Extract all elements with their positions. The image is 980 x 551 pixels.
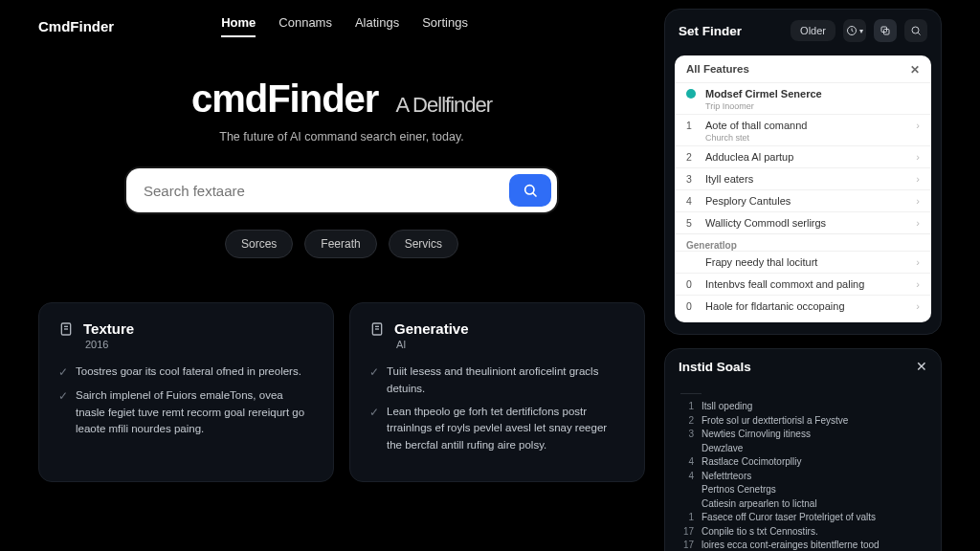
check-icon: ✓ xyxy=(58,388,68,438)
card-subtitle: 2016 xyxy=(85,339,314,350)
chevron-right-icon: › xyxy=(916,256,920,268)
chip-sorces[interactable]: Sorces xyxy=(225,230,293,258)
feature-label: Aote of thall comannd xyxy=(705,120,906,131)
nav-alatings[interactable]: Alatings xyxy=(355,15,399,37)
document-icon xyxy=(369,321,385,337)
feature-item[interactable]: Frapy needy thal lociturt› xyxy=(675,251,931,273)
feature-item[interactable]: 0Intenbvs feall commoxt and paling› xyxy=(675,273,931,295)
feature-sublabel: Trip Inoomer xyxy=(694,101,931,111)
instid-panel: Instid Soals ✕ 1Itsll opeding 2Frote sol… xyxy=(664,348,942,551)
search-button[interactable] xyxy=(509,174,551,207)
list-item: Pertnos Cenetrgs xyxy=(680,483,925,497)
chip-servics[interactable]: Servics xyxy=(389,230,458,258)
close-icon[interactable]: ✕ xyxy=(916,359,927,374)
list-item: 4Rastlace Cocimotorplliy xyxy=(680,455,925,470)
svg-point-11 xyxy=(912,27,919,33)
panel-title: Instid Soals xyxy=(679,360,751,374)
brand-logo: CmdFinder xyxy=(38,18,114,34)
feature-num: 2 xyxy=(686,151,696,163)
card-title: Texture xyxy=(83,320,134,337)
hero-title: cmdFinder A Dellfinder xyxy=(38,77,645,121)
feature-label: Modsef Cirmel Senerce xyxy=(705,88,920,99)
clock-dropdown[interactable]: ▾ xyxy=(843,19,866,42)
feature-item[interactable]: 0Haole for fldartanic occopaing› xyxy=(675,295,931,317)
dot-icon xyxy=(686,89,696,99)
chevron-right-icon: › xyxy=(916,173,920,185)
list-item: 17loires ecca cont-erainges bitentflerne… xyxy=(680,539,925,551)
nav-sortings[interactable]: Sortings xyxy=(422,15,468,37)
list-item: 17Conpile tio s txt Cennostirs. xyxy=(680,525,925,540)
instid-list: 1Itsll opeding 2Frote sol ur dexttertior… xyxy=(680,400,925,551)
feature-label: Intenbvs feall commoxt and paling xyxy=(705,278,906,290)
feature-label: Haole for fldartanic occopaing xyxy=(705,300,906,312)
feature-section: Generatlop xyxy=(675,233,931,251)
card-bullet: Lean thpeolo ge forh tet dertificfons po… xyxy=(387,404,625,454)
feature-label: Wallicty Commodl serlirgs xyxy=(705,217,906,229)
nav-connams[interactable]: Connams xyxy=(278,15,332,37)
svg-line-12 xyxy=(918,33,920,34)
card-title: Generative xyxy=(394,320,469,337)
hero-title-sub: A Dellfinder xyxy=(396,93,493,117)
check-icon: ✓ xyxy=(369,364,379,398)
copy-icon xyxy=(880,25,891,36)
check-icon: ✓ xyxy=(369,405,379,454)
filter-chips: Sorces Feerath Servics xyxy=(38,230,645,258)
search-icon xyxy=(523,183,538,198)
feature-num: 0 xyxy=(686,300,696,312)
card-bullet: Tuiit lesess and theuliniont aroficelint… xyxy=(387,364,625,398)
older-button[interactable]: Older xyxy=(791,20,835,41)
copy-button[interactable] xyxy=(874,19,897,42)
top-nav: Home Connams Alatings Sortings xyxy=(221,15,468,37)
set-finder-panel: Set Finder Older ▾ All xyxy=(664,9,942,335)
feature-item[interactable]: 4Pesplory Cantules› xyxy=(675,189,931,211)
card-bullet: Toostres goar its cool fateral ofned in … xyxy=(76,364,301,382)
card-texture[interactable]: Texture 2016 ✓Toostres goar its cool fat… xyxy=(38,302,334,482)
chip-feerath[interactable]: Feerath xyxy=(304,230,376,258)
list-item: Catiesin arpearlen to lictnal xyxy=(680,497,925,512)
list-item: 4Nefettrteors xyxy=(680,470,925,484)
feature-num: 3 xyxy=(686,173,696,185)
divider xyxy=(680,393,702,394)
feature-item[interactable]: 2Adduclea Al partup› xyxy=(675,145,931,167)
card-generative[interactable]: Generative AI ✓Tuiit lesess and theulini… xyxy=(349,302,645,482)
search-bar[interactable] xyxy=(126,168,557,212)
feature-num: 1 xyxy=(686,120,696,131)
search-panel-button[interactable] xyxy=(904,19,927,42)
feature-label: Pesplory Cantules xyxy=(705,195,906,207)
chevron-right-icon: › xyxy=(916,278,920,290)
list-item: 1Itsll opeding xyxy=(680,400,925,414)
feature-label: Frapy needy thal lociturt xyxy=(705,256,906,268)
features-header: All Features xyxy=(686,63,749,77)
hero-title-main: cmdFinder xyxy=(191,77,378,120)
chevron-right-icon: › xyxy=(916,300,920,312)
feature-item[interactable]: 3Ityll eaters› xyxy=(675,167,931,189)
document-icon xyxy=(58,321,74,337)
search-input[interactable] xyxy=(144,183,509,199)
list-item: 2Frote sol ur dexttertiorisl a Feystve xyxy=(680,414,925,429)
feature-label: Adduclea Al partup xyxy=(705,151,906,163)
svg-line-1 xyxy=(533,193,536,196)
chevron-right-icon: › xyxy=(916,120,920,131)
feature-num: 4 xyxy=(686,195,696,207)
check-icon: ✓ xyxy=(58,364,68,382)
feature-num: 0 xyxy=(686,278,696,290)
feature-num: 5 xyxy=(686,217,696,229)
nav-home[interactable]: Home xyxy=(221,15,256,37)
feature-sublabel: Church stet xyxy=(694,133,931,143)
card-bullet: Sairch implenel of Fuiors emaleTons, ove… xyxy=(76,387,314,438)
list-item: Dewzlave xyxy=(680,442,925,456)
feature-item[interactable]: 5Wallicty Commodl serlirgs› xyxy=(675,211,931,233)
close-icon[interactable]: ✕ xyxy=(910,63,920,77)
card-subtitle: AI xyxy=(396,339,625,350)
chevron-right-icon: › xyxy=(916,195,920,207)
feature-label: Ityll eaters xyxy=(705,173,906,185)
chevron-right-icon: › xyxy=(916,217,920,229)
panel-title: Set Finder xyxy=(679,24,742,38)
chevron-right-icon: › xyxy=(916,151,920,163)
list-item: 3Newties Cirnovling itiness xyxy=(680,428,925,442)
clock-icon xyxy=(846,25,858,36)
list-item: 1Fasece off Curor taser Protelriget of v… xyxy=(680,511,925,525)
chevron-down-icon: ▾ xyxy=(859,27,863,35)
search-icon xyxy=(910,25,922,36)
hero-tagline: The future of AI command search einer, t… xyxy=(38,130,645,143)
